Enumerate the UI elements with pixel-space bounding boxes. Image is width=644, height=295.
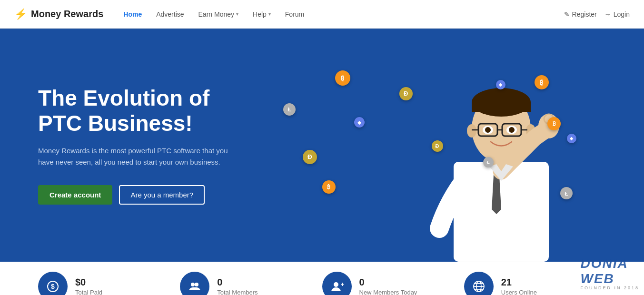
svg-point-18: [509, 127, 515, 133]
coin-0: ₿: [335, 70, 350, 86]
coin-1: Ð: [399, 87, 413, 100]
earn-money-chevron-icon: ▾: [236, 11, 238, 17]
create-account-button[interactable]: Create account: [38, 185, 112, 205]
stat-paid-value: $0: [75, 277, 102, 288]
stat-online-value: 21: [501, 277, 537, 288]
svg-point-17: [485, 127, 491, 133]
brand-lightning-icon: ⚡: [14, 8, 27, 20]
watermark-text: DONIA WEB: [580, 256, 634, 286]
stat-total-members: 0 Total Members: [180, 272, 322, 295]
stat-total-paid: $ $0 Total Paid: [38, 272, 180, 295]
stats-bar: $ $0 Total Paid 0 Total Members + 0 New …: [0, 262, 644, 295]
watermark: DONIA WEB FOUNDED IN 2018: [580, 287, 639, 290]
members-icon-circle: [180, 272, 209, 295]
svg-point-26: [334, 282, 338, 287]
stat-paid-label: Total Paid: [75, 289, 102, 295]
brand-name: Money Rewards: [31, 9, 103, 20]
svg-rect-7: [472, 102, 531, 112]
svg-text:+: +: [341, 281, 344, 288]
globe-icon-circle: [464, 272, 494, 295]
svg-point-8: [467, 124, 476, 138]
hero-title: The Evolution of PTC Business!: [38, 86, 238, 136]
stat-members-label: Total Members: [217, 289, 258, 295]
navbar: ⚡ Money Rewards Home Advertise Earn Mone…: [0, 0, 644, 29]
brand-logo[interactable]: ⚡ Money Rewards: [14, 8, 103, 20]
coin-6: ₿: [535, 75, 549, 89]
stat-new-members-label: New Members Today: [359, 289, 417, 295]
hero-content: The Evolution of PTC Business! Money Rew…: [0, 57, 276, 234]
nav-help[interactable]: Help ▾: [247, 8, 277, 21]
nav-advertise[interactable]: Advertise: [150, 8, 189, 21]
nav-links: Home Advertise Earn Money ▾ Help ▾ Forum: [118, 8, 564, 21]
help-chevron-icon: ▾: [268, 11, 271, 17]
stat-members-value: 0: [217, 277, 258, 288]
hero-buttons: Create account Are you a member?: [38, 185, 238, 205]
coin-12: ◆: [567, 134, 576, 143]
svg-text:$: $: [51, 283, 55, 290]
coin-7: Ð: [432, 140, 443, 152]
new-members-icon-circle: +: [322, 272, 352, 295]
nav-earn-money[interactable]: Earn Money ▾: [193, 8, 244, 21]
hero-person-illustration: [349, 29, 644, 262]
stat-paid-text: $0 Total Paid: [75, 277, 102, 295]
coin-2: Ł: [283, 103, 296, 116]
stat-new-members: + 0 New Members Today: [322, 272, 464, 295]
login-icon: →: [604, 10, 611, 18]
coin-8: Ł: [483, 157, 494, 167]
hero-subtitle: Money Rewards is the most powerful PTC s…: [38, 145, 238, 168]
stat-online-label: Users Online: [501, 289, 537, 295]
nav-home[interactable]: Home: [118, 8, 148, 21]
stat-members-text: 0 Total Members: [217, 277, 258, 295]
navbar-right: ✎ Register → Login: [564, 10, 630, 18]
dollar-icon-circle: $: [38, 272, 68, 295]
register-icon: ✎: [564, 10, 570, 18]
register-link[interactable]: ✎ Register: [564, 10, 597, 18]
login-link[interactable]: → Login: [604, 10, 630, 18]
coin-11: ◆: [496, 80, 505, 89]
coin-5: ₿: [322, 180, 336, 194]
hero-section: ₿ÐŁ◆Ð₿₿ÐŁŁ₿◆◆: [0, 29, 644, 262]
coin-4: Ð: [303, 150, 317, 164]
stat-new-members-value: 0: [359, 277, 417, 288]
stat-new-members-text: 0 New Members Today: [359, 277, 417, 295]
stat-online-text: 21 Users Online: [501, 277, 537, 295]
member-check-button[interactable]: Are you a member?: [119, 185, 205, 205]
nav-forum[interactable]: Forum: [279, 8, 310, 21]
svg-point-24: [191, 283, 195, 286]
svg-point-25: [195, 283, 198, 286]
